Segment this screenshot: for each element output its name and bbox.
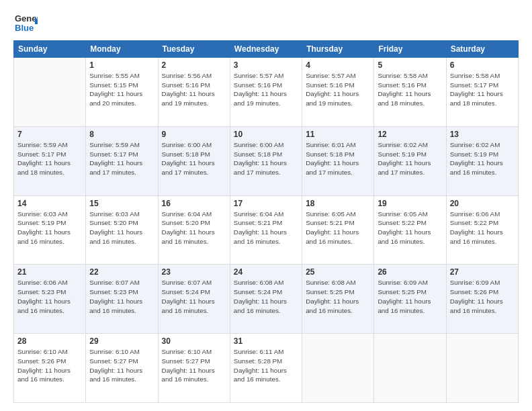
calendar-cell: 13Sunrise: 6:02 AMSunset: 5:19 PMDayligh… xyxy=(446,126,518,195)
calendar-cell: 8Sunrise: 5:59 AMSunset: 5:17 PMDaylight… xyxy=(86,126,158,195)
day-number: 22 xyxy=(89,267,154,277)
day-number: 23 xyxy=(162,267,226,277)
calendar-cell: 30Sunrise: 6:10 AMSunset: 5:27 PMDayligh… xyxy=(158,334,230,403)
calendar-cell xyxy=(302,334,374,403)
calendar-cell: 9Sunrise: 6:00 AMSunset: 5:18 PMDaylight… xyxy=(158,126,230,195)
calendar-week-row: 28Sunrise: 6:10 AMSunset: 5:26 PMDayligh… xyxy=(14,334,519,403)
day-number: 31 xyxy=(234,336,298,346)
calendar-cell: 7Sunrise: 5:59 AMSunset: 5:17 PMDaylight… xyxy=(14,126,86,195)
calendar-cell: 3Sunrise: 5:57 AMSunset: 5:16 PMDaylight… xyxy=(230,58,302,127)
calendar-cell: 17Sunrise: 6:04 AMSunset: 5:21 PMDayligh… xyxy=(230,195,302,265)
day-number: 29 xyxy=(89,336,154,346)
day-info: Sunrise: 6:03 AMSunset: 5:19 PMDaylight:… xyxy=(17,210,82,246)
calendar-cell: 20Sunrise: 6:06 AMSunset: 5:22 PMDayligh… xyxy=(446,195,518,265)
day-number: 14 xyxy=(17,199,82,208)
day-info: Sunrise: 6:01 AMSunset: 5:18 PMDaylight:… xyxy=(306,140,370,177)
day-info: Sunrise: 6:06 AMSunset: 5:22 PMDaylight:… xyxy=(450,210,515,246)
calendar-cell: 24Sunrise: 6:08 AMSunset: 5:24 PMDayligh… xyxy=(230,265,302,334)
svg-marker-3 xyxy=(35,20,38,24)
day-info: Sunrise: 6:08 AMSunset: 5:24 PMDaylight:… xyxy=(234,278,298,315)
day-info: Sunrise: 5:56 AMSunset: 5:16 PMDaylight:… xyxy=(162,71,226,108)
day-info: Sunrise: 6:02 AMSunset: 5:19 PMDaylight:… xyxy=(378,140,442,177)
day-number: 17 xyxy=(234,199,298,208)
calendar-header-row: SundayMondayTuesdayWednesdayThursdayFrid… xyxy=(14,41,519,58)
day-number: 13 xyxy=(450,130,515,139)
calendar-week-row: 14Sunrise: 6:03 AMSunset: 5:19 PMDayligh… xyxy=(14,195,519,265)
day-info: Sunrise: 6:00 AMSunset: 5:18 PMDaylight:… xyxy=(162,140,226,177)
day-of-week-header: Sunday xyxy=(14,41,86,58)
day-info: Sunrise: 6:11 AMSunset: 5:28 PMDaylight:… xyxy=(234,347,298,384)
day-info: Sunrise: 6:10 AMSunset: 5:26 PMDaylight:… xyxy=(17,347,82,384)
calendar-cell xyxy=(14,58,86,127)
calendar-cell: 12Sunrise: 6:02 AMSunset: 5:19 PMDayligh… xyxy=(374,126,446,195)
calendar-week-row: 1Sunrise: 5:55 AMSunset: 5:15 PMDaylight… xyxy=(14,58,519,127)
calendar-week-row: 21Sunrise: 6:06 AMSunset: 5:23 PMDayligh… xyxy=(14,265,519,334)
day-info: Sunrise: 6:07 AMSunset: 5:23 PMDaylight:… xyxy=(89,278,154,315)
day-info: Sunrise: 6:02 AMSunset: 5:19 PMDaylight:… xyxy=(450,140,515,177)
day-of-week-header: Tuesday xyxy=(158,41,230,58)
day-number: 9 xyxy=(162,130,226,139)
calendar-week-row: 7Sunrise: 5:59 AMSunset: 5:17 PMDaylight… xyxy=(14,126,519,195)
day-number: 27 xyxy=(450,267,515,277)
calendar-cell: 21Sunrise: 6:06 AMSunset: 5:23 PMDayligh… xyxy=(14,265,86,334)
day-number: 16 xyxy=(162,199,226,208)
calendar-cell: 5Sunrise: 5:58 AMSunset: 5:16 PMDaylight… xyxy=(374,58,446,127)
day-number: 6 xyxy=(450,60,515,70)
day-info: Sunrise: 5:58 AMSunset: 5:17 PMDaylight:… xyxy=(450,71,515,108)
calendar-cell: 31Sunrise: 6:11 AMSunset: 5:28 PMDayligh… xyxy=(230,334,302,403)
calendar-cell: 26Sunrise: 6:09 AMSunset: 5:25 PMDayligh… xyxy=(374,265,446,334)
day-number: 3 xyxy=(234,60,298,70)
day-number: 1 xyxy=(89,60,154,70)
day-number: 7 xyxy=(17,130,82,139)
day-info: Sunrise: 6:04 AMSunset: 5:20 PMDaylight:… xyxy=(162,210,226,246)
logo-icon: General Blue xyxy=(13,11,38,35)
day-number: 18 xyxy=(306,199,370,208)
svg-text:General: General xyxy=(15,13,38,24)
day-of-week-header: Monday xyxy=(86,41,158,58)
calendar-cell xyxy=(446,334,518,403)
calendar-cell: 11Sunrise: 6:01 AMSunset: 5:18 PMDayligh… xyxy=(302,126,374,195)
day-info: Sunrise: 5:59 AMSunset: 5:17 PMDaylight:… xyxy=(17,140,82,177)
day-number: 28 xyxy=(17,336,82,346)
calendar-cell: 27Sunrise: 6:09 AMSunset: 5:26 PMDayligh… xyxy=(446,265,518,334)
calendar-cell: 19Sunrise: 6:05 AMSunset: 5:22 PMDayligh… xyxy=(374,195,446,265)
calendar-cell: 23Sunrise: 6:07 AMSunset: 5:24 PMDayligh… xyxy=(158,265,230,334)
day-info: Sunrise: 5:55 AMSunset: 5:15 PMDaylight:… xyxy=(89,71,154,108)
day-number: 15 xyxy=(89,199,154,208)
day-of-week-header: Friday xyxy=(374,41,446,58)
day-number: 12 xyxy=(378,130,442,139)
calendar-cell: 29Sunrise: 6:10 AMSunset: 5:27 PMDayligh… xyxy=(86,334,158,403)
day-info: Sunrise: 5:57 AMSunset: 5:16 PMDaylight:… xyxy=(234,71,298,108)
calendar-cell: 4Sunrise: 5:57 AMSunset: 5:16 PMDaylight… xyxy=(302,58,374,127)
day-number: 21 xyxy=(17,267,82,277)
header: General Blue xyxy=(13,11,519,35)
calendar-cell: 28Sunrise: 6:10 AMSunset: 5:26 PMDayligh… xyxy=(14,334,86,403)
day-number: 5 xyxy=(378,60,442,70)
day-info: Sunrise: 6:03 AMSunset: 5:20 PMDaylight:… xyxy=(89,210,154,246)
day-number: 10 xyxy=(234,130,298,139)
day-info: Sunrise: 6:06 AMSunset: 5:23 PMDaylight:… xyxy=(17,278,82,315)
calendar-cell: 25Sunrise: 6:08 AMSunset: 5:25 PMDayligh… xyxy=(302,265,374,334)
calendar-cell: 16Sunrise: 6:04 AMSunset: 5:20 PMDayligh… xyxy=(158,195,230,265)
calendar-cell: 15Sunrise: 6:03 AMSunset: 5:20 PMDayligh… xyxy=(86,195,158,265)
day-number: 2 xyxy=(162,60,226,70)
day-info: Sunrise: 6:08 AMSunset: 5:25 PMDaylight:… xyxy=(306,278,370,315)
day-info: Sunrise: 6:10 AMSunset: 5:27 PMDaylight:… xyxy=(89,347,154,384)
page: General Blue SundayMondayTuesdayWednesda… xyxy=(0,0,532,411)
calendar-cell: 1Sunrise: 5:55 AMSunset: 5:15 PMDaylight… xyxy=(86,58,158,127)
day-info: Sunrise: 5:58 AMSunset: 5:16 PMDaylight:… xyxy=(378,71,442,108)
day-of-week-header: Wednesday xyxy=(230,41,302,58)
calendar-cell: 2Sunrise: 5:56 AMSunset: 5:16 PMDaylight… xyxy=(158,58,230,127)
day-of-week-header: Thursday xyxy=(302,41,374,58)
svg-text:Blue: Blue xyxy=(15,23,34,33)
day-number: 20 xyxy=(450,199,515,208)
day-number: 30 xyxy=(162,336,226,346)
day-number: 8 xyxy=(89,130,154,139)
calendar-cell: 18Sunrise: 6:05 AMSunset: 5:21 PMDayligh… xyxy=(302,195,374,265)
day-info: Sunrise: 6:05 AMSunset: 5:22 PMDaylight:… xyxy=(378,210,442,246)
day-info: Sunrise: 5:57 AMSunset: 5:16 PMDaylight:… xyxy=(306,71,370,108)
day-number: 26 xyxy=(378,267,442,277)
day-number: 25 xyxy=(306,267,370,277)
calendar-table: SundayMondayTuesdayWednesdayThursdayFrid… xyxy=(13,40,519,403)
day-info: Sunrise: 6:09 AMSunset: 5:25 PMDaylight:… xyxy=(378,278,442,315)
